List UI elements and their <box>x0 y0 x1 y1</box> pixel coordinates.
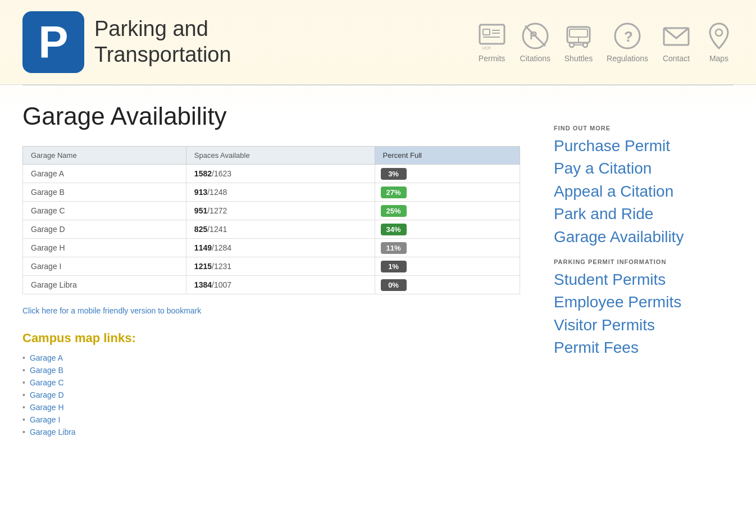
sidebar-link-student-permits[interactable]: Student Permits <box>554 270 734 290</box>
campus-list-item: Garage C <box>22 378 520 387</box>
col-garage-name: Garage Name <box>23 147 186 165</box>
nav-label-maps: Maps <box>709 54 728 63</box>
spaces-cell: 1149/1284 <box>186 239 375 257</box>
percent-cell: 11% <box>375 239 520 257</box>
percent-cell: 0% <box>375 276 520 294</box>
campus-link[interactable]: Garage Libra <box>30 428 76 436</box>
spaces-cell: 1215/1231 <box>186 257 375 276</box>
percent-cell: 34% <box>375 220 520 239</box>
logo-letter: P <box>38 20 68 65</box>
parking-permit-label: PARKING PERMIT INFORMATION <box>554 258 734 265</box>
campus-list-item: Garage D <box>22 390 520 399</box>
percent-badge: 25% <box>381 205 407 217</box>
campus-list: Garage AGarage BGarage CGarage DGarage H… <box>22 353 520 436</box>
sidebar-link-park-and-ride[interactable]: Park and Ride <box>554 204 734 224</box>
sidebar-link-pay-citation[interactable]: Pay a Citation <box>554 158 734 179</box>
campus-link[interactable]: Garage C <box>30 378 64 387</box>
contact-icon <box>662 21 691 51</box>
campus-link[interactable]: Garage A <box>30 353 63 362</box>
campus-list-item: Garage Libra <box>22 428 520 436</box>
campus-list-item: Garage H <box>22 403 520 412</box>
percent-cell: 3% <box>375 165 520 183</box>
sidebar-link-purchase-permit[interactable]: Purchase Permit <box>554 136 734 156</box>
garage-name-cell: Garage H <box>23 239 186 257</box>
table-row: Garage I 1215/1231 1% <box>23 257 520 276</box>
regulations-icon: ? <box>613 21 642 51</box>
svg-rect-10 <box>570 29 588 37</box>
logo-icon: P <box>22 11 84 73</box>
sidebar: FIND OUT MORE Purchase PermitPay a Citat… <box>554 102 734 440</box>
percent-badge: 11% <box>381 242 407 254</box>
table-row: Garage B 913/1248 27% <box>23 183 520 202</box>
svg-point-12 <box>583 43 588 47</box>
percent-cell: 1% <box>375 257 520 276</box>
spaces-cell: 1384/1007 <box>186 276 375 294</box>
percent-badge: 27% <box>381 187 407 198</box>
nav-item-citations[interactable]: P Citations <box>520 21 550 63</box>
main-nav: UCF Permits P Citations Shuttles <box>477 21 734 63</box>
permit-links: Student PermitsEmployee PermitsVisitor P… <box>554 270 734 358</box>
main-content: Garage Availability Garage Name Spaces A… <box>0 85 756 457</box>
percent-badge: 1% <box>381 261 407 272</box>
campus-list-item: Garage A <box>22 353 520 362</box>
spaces-cell: 951/1272 <box>186 202 375 220</box>
nav-label-regulations: Regulations <box>607 54 648 63</box>
table-row: Garage C 951/1272 25% <box>23 202 520 220</box>
nav-item-maps[interactable]: Maps <box>704 21 734 63</box>
title-line2: Transportation <box>94 42 231 68</box>
garage-name-cell: Garage Libra <box>23 276 186 294</box>
campus-list-item: Garage I <box>22 415 520 424</box>
sidebar-link-employee-permits[interactable]: Employee Permits <box>554 292 734 312</box>
campus-link[interactable]: Garage H <box>30 403 64 412</box>
table-row: Garage H 1149/1284 11% <box>23 239 520 257</box>
citations-icon: P <box>521 21 550 51</box>
col-spaces: Spaces Available <box>186 147 375 165</box>
campus-link[interactable]: Garage D <box>30 390 64 399</box>
svg-rect-1 <box>483 29 490 35</box>
header: P Parking and Transportation UCF Permits <box>0 0 756 85</box>
find-out-more-label: FIND OUT MORE <box>554 125 734 131</box>
nav-item-regulations[interactable]: ? Regulations <box>607 21 648 63</box>
svg-text:P: P <box>530 29 537 42</box>
percent-badge: 0% <box>381 279 407 291</box>
garage-name-cell: Garage B <box>23 183 186 202</box>
title-line1: Parking and <box>94 16 231 42</box>
nav-label-shuttles: Shuttles <box>564 54 593 63</box>
campus-link[interactable]: Garage B <box>30 366 63 375</box>
nav-label-citations: Citations <box>520 54 550 63</box>
svg-text:UCF: UCF <box>482 46 491 51</box>
sidebar-link-visitor-permits[interactable]: Visitor Permits <box>554 315 734 335</box>
spaces-cell: 913/1248 <box>186 183 375 202</box>
nav-label-contact: Contact <box>663 54 690 63</box>
garage-name-cell: Garage D <box>23 220 186 239</box>
nav-item-permits[interactable]: UCF Permits <box>477 21 507 63</box>
garage-name-cell: Garage I <box>23 257 186 276</box>
svg-point-11 <box>570 43 574 47</box>
page-title: Garage Availability <box>22 102 520 130</box>
percent-cell: 27% <box>375 183 520 202</box>
nav-item-contact[interactable]: Contact <box>662 21 691 63</box>
permits-icon: UCF <box>477 21 507 51</box>
garage-name-cell: Garage C <box>23 202 186 220</box>
nav-item-shuttles[interactable]: Shuttles <box>564 21 593 63</box>
percent-badge: 34% <box>381 224 407 235</box>
sidebar-link-permit-fees[interactable]: Permit Fees <box>554 338 734 358</box>
content-left: Garage Availability Garage Name Spaces A… <box>22 102 520 440</box>
logo-area: P Parking and Transportation <box>22 11 231 73</box>
sidebar-link-garage-avail[interactable]: Garage Availability <box>554 227 734 247</box>
percent-badge: 3% <box>381 168 407 180</box>
percent-cell: 25% <box>375 202 520 220</box>
mobile-link[interactable]: Click here for a mobile friendly version… <box>22 306 201 315</box>
table-row: Garage A 1582/1623 3% <box>23 165 520 183</box>
table-header-row: Garage Name Spaces Available Percent Ful… <box>23 147 520 165</box>
campus-link[interactable]: Garage I <box>30 415 60 424</box>
table-row: Garage D 825/1241 34% <box>23 220 520 239</box>
maps-icon <box>704 21 734 51</box>
table-row: Garage Libra 1384/1007 0% <box>23 276 520 294</box>
logo-text: Parking and Transportation <box>94 16 231 67</box>
campus-heading: Campus map links: <box>22 331 520 345</box>
sidebar-link-appeal-citation[interactable]: Appeal a Citation <box>554 181 734 202</box>
shuttles-icon <box>564 21 593 51</box>
garage-name-cell: Garage A <box>23 165 186 183</box>
nav-label-permits: Permits <box>479 54 505 63</box>
